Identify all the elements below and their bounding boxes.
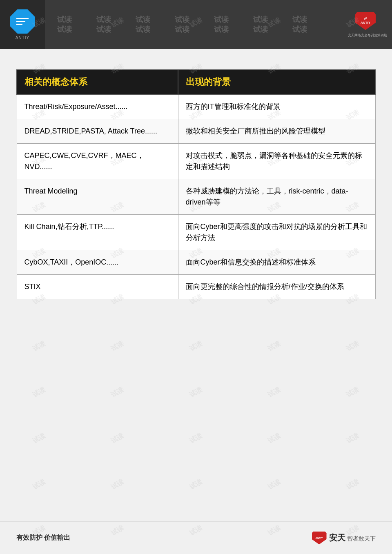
table-row: DREAD,STRIDE,PASTA, Attack Tree......微软和… — [17, 119, 375, 144]
table-row: CAPEC,CWE,CVE,CVRF，MAEC，NVD......对攻击模式，脆… — [17, 144, 375, 179]
top-right-caption: 安天网络安全冬训营第四期 — [348, 33, 387, 38]
wm-4: 试读 — [163, 15, 202, 24]
footer: 有效防护 价值输出 ANTIY 安天 智者敢天下 — [0, 521, 392, 554]
wm-cell-49: 试读 — [307, 399, 392, 478]
col-left-header: 相关的概念体系 — [17, 70, 178, 94]
wm-1: 试读 — [45, 15, 84, 24]
footer-logo-container: ANTIY 安天 智者敢天下 — [312, 532, 376, 545]
wm-13: 试读 — [241, 24, 280, 34]
top-right-inner: ☍ANTIY 安天网络安全冬训营第四期 — [348, 12, 387, 38]
table-cell-right-5: 面向Cyber和信息交换的描述和标准体系 — [178, 250, 375, 275]
table-cell-left-4: Kill Chain,钻石分析,TTP...... — [17, 215, 178, 250]
table-cell-right-0: 西方的IT管理和标准化的背景 — [178, 94, 375, 119]
table-cell-right-4: 面向Cyber和更高强度的攻击和对抗的场景的分析工具和分析方法 — [178, 215, 375, 250]
footer-brand-main: 安天 — [329, 533, 345, 542]
footer-shield-icon: ANTIY — [312, 532, 327, 545]
wm-11: 试读 — [163, 24, 202, 34]
wm-7: 试读 — [280, 15, 319, 24]
table-row: Threat/Risk/Exposure/Asset......西方的IT管理和… — [17, 94, 375, 119]
wm-3: 试读 — [123, 15, 163, 24]
wm-8: 试读 — [45, 24, 84, 34]
wm-cell-43: 试读 — [229, 353, 320, 432]
wm-cell-51: 试读 — [72, 445, 163, 524]
wm-6: 试读 — [241, 15, 280, 24]
table-cell-left-3: Threat Modeling — [17, 179, 178, 215]
logo-shape — [10, 9, 35, 34]
table-cell-left-2: CAPEC,CWE,CVE,CVRF，MAEC，NVD...... — [17, 144, 178, 179]
table-cell-right-2: 对攻击模式，脆弱点，漏洞等各种基础的安全元素的标定和描述结构 — [178, 144, 375, 179]
concept-table: 相关的概念体系 出现的背景 Threat/Risk/Exposure/Asset… — [16, 69, 376, 299]
footer-antiy-label: ANTIY — [316, 537, 323, 539]
wm-cell-35: 试读 — [0, 307, 85, 386]
wm-12: 试读 — [202, 24, 241, 34]
logo-line-2 — [16, 21, 26, 22]
wm-2: 试读 — [84, 15, 123, 24]
wm-10: 试读 — [123, 24, 163, 34]
wm-cell-39: 试读 — [307, 307, 392, 386]
table-cell-left-0: Threat/Risk/Exposure/Asset...... — [17, 94, 178, 119]
wm-cell-46: 试读 — [72, 399, 163, 478]
wm-cell-50: 试读 — [0, 445, 85, 524]
footer-right: ANTIY 安天 智者敢天下 — [312, 532, 376, 545]
table-cell-right-1: 微软和相关安全厂商所推出的风险管理模型 — [178, 119, 375, 144]
wm-cell-40: 试读 — [0, 353, 85, 432]
wm-cell-38: 试读 — [229, 307, 320, 386]
table-cell-right-3: 各种威胁建模的方法论，工具，risk-centric，data-driven等等 — [178, 179, 375, 215]
header-watermark-row-2: 试读 试读 试读 试读 试读 试读 试读 — [45, 24, 392, 34]
table-row: Kill Chain,钻石分析,TTP......面向Cyber和更高强度的攻击… — [17, 215, 375, 250]
wm-cell-47: 试读 — [151, 399, 242, 478]
wm-cell-45: 试读 — [0, 399, 85, 478]
wm-cell-54: 试读 — [307, 445, 392, 524]
table-cell-left-1: DREAD,STRIDE,PASTA, Attack Tree...... — [17, 119, 178, 144]
table-row: STIX面向更完整的综合性的情报分析/作业/交换的体系 — [17, 275, 375, 299]
wm-cell-48: 试读 — [229, 399, 320, 478]
wm-14: 试读 — [280, 24, 319, 34]
header: ANTIY 试读 试读 试读 试读 试读 试读 试读 试读 试读 试读 试读 试… — [0, 0, 392, 49]
logo-line-3 — [16, 24, 23, 25]
wm-cell-42: 试读 — [151, 353, 242, 432]
logo-line-1 — [16, 18, 29, 19]
table-row: CybOX,TAXII，OpenIOC......面向Cyber和信息交换的描述… — [17, 250, 375, 275]
wm-cell-37: 试读 — [151, 307, 242, 386]
logo-area: ANTIY — [0, 0, 45, 49]
footer-brand-area: 安天 智者敢天下 — [329, 532, 376, 543]
antiy-logo-top: ☍ANTIY — [355, 12, 380, 32]
table-cell-left-5: CybOX,TAXII，OpenIOC...... — [17, 250, 178, 275]
table-row: Threat Modeling各种威胁建模的方法论，工具，risk-centri… — [17, 179, 375, 215]
wm-cell-44: 试读 — [307, 353, 392, 432]
table-cell-right-6: 面向更完整的综合性的情报分析/作业/交换的体系 — [178, 275, 375, 299]
logo-text: ANTIY — [16, 36, 29, 40]
antiy-shield-text: ☍ANTIY — [361, 17, 370, 24]
footer-brand-sub: 智者敢天下 — [347, 535, 376, 542]
wm-cell-53: 试读 — [229, 445, 320, 524]
wm-cell-36: 试读 — [72, 307, 163, 386]
table-cell-left-6: STIX — [17, 275, 178, 299]
footer-left-text: 有效防护 价值输出 — [16, 534, 70, 542]
wm-cell-52: 试读 — [151, 445, 242, 524]
logo-lines — [16, 18, 29, 25]
wm-5: 试读 — [202, 15, 241, 24]
main-content: 相关的概念体系 出现的背景 Threat/Risk/Exposure/Asset… — [0, 49, 392, 307]
col-right-header: 出现的背景 — [178, 70, 375, 94]
top-right-logo: ☍ANTIY 安天网络安全冬训营第四期 — [347, 4, 388, 45]
header-watermark-row-1: 试读 试读 试读 试读 试读 试读 试读 — [45, 15, 392, 24]
wm-9: 试读 — [84, 24, 123, 34]
antiy-shield: ☍ANTIY — [355, 12, 376, 30]
wm-cell-41: 试读 — [72, 353, 163, 432]
